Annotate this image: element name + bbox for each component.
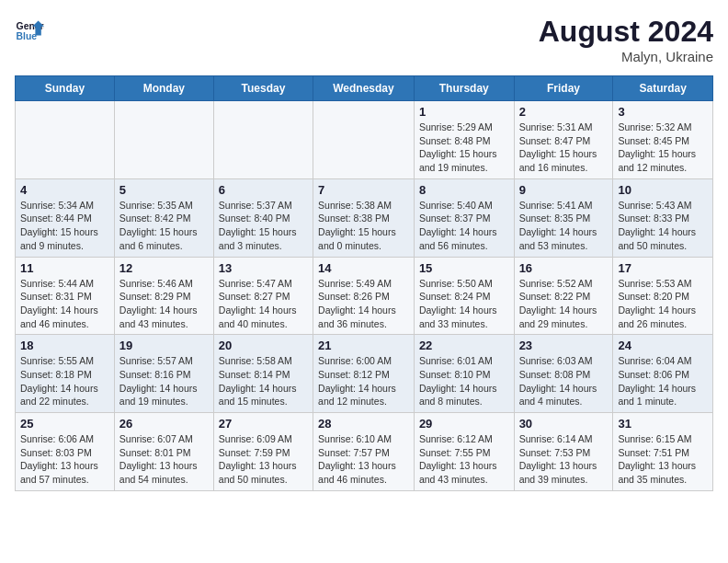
calendar-cell: 1Sunrise: 5:29 AM Sunset: 8:48 PM Daylig… xyxy=(414,101,514,179)
day-info: Sunrise: 6:01 AM Sunset: 8:10 PM Dayligh… xyxy=(419,354,509,408)
day-info: Sunrise: 6:15 AM Sunset: 7:51 PM Dayligh… xyxy=(618,432,708,487)
day-info: Sunrise: 6:10 AM Sunset: 7:57 PM Dayligh… xyxy=(318,432,409,487)
day-info: Sunrise: 5:49 AM Sunset: 8:26 PM Dayligh… xyxy=(318,277,409,331)
day-info: Sunrise: 5:44 AM Sunset: 8:31 PM Dayligh… xyxy=(20,277,109,331)
calendar-cell: 19Sunrise: 5:57 AM Sunset: 8:16 PM Dayli… xyxy=(114,335,213,413)
day-info: Sunrise: 6:07 AM Sunset: 8:01 PM Dayligh… xyxy=(119,432,209,487)
calendar-cell: 22Sunrise: 6:01 AM Sunset: 8:10 PM Dayli… xyxy=(414,335,514,413)
day-info: Sunrise: 5:32 AM Sunset: 8:45 PM Dayligh… xyxy=(618,121,708,175)
calendar-cell: 17Sunrise: 5:53 AM Sunset: 8:20 PM Dayli… xyxy=(613,257,713,335)
day-number: 23 xyxy=(519,339,609,352)
day-info: Sunrise: 5:43 AM Sunset: 8:33 PM Dayligh… xyxy=(618,199,708,253)
day-number: 2 xyxy=(519,105,609,119)
calendar-cell: 2Sunrise: 5:31 AM Sunset: 8:47 PM Daylig… xyxy=(514,101,613,179)
day-number: 20 xyxy=(219,339,308,352)
week-row-3: 11Sunrise: 5:44 AM Sunset: 8:31 PM Dayli… xyxy=(16,257,713,335)
day-info: Sunrise: 5:47 AM Sunset: 8:27 PM Dayligh… xyxy=(219,277,308,331)
svg-text:Blue: Blue xyxy=(17,31,38,41)
day-number: 24 xyxy=(618,339,708,352)
calendar-cell: 16Sunrise: 5:52 AM Sunset: 8:22 PM Dayli… xyxy=(514,257,613,335)
calendar-cell xyxy=(16,101,115,179)
calendar-cell: 28Sunrise: 6:10 AM Sunset: 7:57 PM Dayli… xyxy=(313,413,415,491)
calendar-cell: 15Sunrise: 5:50 AM Sunset: 8:24 PM Dayli… xyxy=(414,257,514,335)
day-number: 18 xyxy=(20,339,109,352)
day-number: 6 xyxy=(219,183,308,197)
day-info: Sunrise: 5:37 AM Sunset: 8:40 PM Dayligh… xyxy=(219,199,308,253)
day-number: 11 xyxy=(20,261,109,275)
day-number: 27 xyxy=(219,417,308,431)
day-number: 12 xyxy=(119,261,209,275)
calendar-cell: 14Sunrise: 5:49 AM Sunset: 8:26 PM Dayli… xyxy=(313,257,415,335)
calendar-cell: 8Sunrise: 5:40 AM Sunset: 8:37 PM Daylig… xyxy=(414,178,514,257)
location-subtitle: Malyn, Ukraine xyxy=(539,49,713,64)
weekday-header-tuesday: Tuesday xyxy=(213,76,313,101)
day-info: Sunrise: 6:09 AM Sunset: 7:59 PM Dayligh… xyxy=(219,432,308,487)
week-row-4: 18Sunrise: 5:55 AM Sunset: 8:18 PM Dayli… xyxy=(16,335,713,413)
day-number: 26 xyxy=(119,417,209,431)
calendar-cell xyxy=(114,101,213,179)
calendar-cell: 12Sunrise: 5:46 AM Sunset: 8:29 PM Dayli… xyxy=(114,257,213,335)
title-block: August 2024 Malyn, Ukraine xyxy=(539,15,713,64)
day-number: 10 xyxy=(618,183,708,197)
day-info: Sunrise: 5:35 AM Sunset: 8:42 PM Dayligh… xyxy=(119,199,209,253)
day-number: 7 xyxy=(318,183,409,197)
day-info: Sunrise: 5:53 AM Sunset: 8:20 PM Dayligh… xyxy=(618,277,708,331)
day-number: 25 xyxy=(20,417,109,431)
day-number: 13 xyxy=(219,261,308,275)
calendar-cell: 29Sunrise: 6:12 AM Sunset: 7:55 PM Dayli… xyxy=(414,413,514,491)
day-number: 8 xyxy=(419,183,509,197)
calendar-cell: 4Sunrise: 5:34 AM Sunset: 8:44 PM Daylig… xyxy=(16,178,115,257)
day-info: Sunrise: 5:31 AM Sunset: 8:47 PM Dayligh… xyxy=(519,121,609,175)
week-row-2: 4Sunrise: 5:34 AM Sunset: 8:44 PM Daylig… xyxy=(16,178,713,257)
day-number: 4 xyxy=(20,183,109,197)
day-info: Sunrise: 5:52 AM Sunset: 8:22 PM Dayligh… xyxy=(519,277,609,331)
day-info: Sunrise: 5:57 AM Sunset: 8:16 PM Dayligh… xyxy=(119,354,209,408)
calendar-cell: 11Sunrise: 5:44 AM Sunset: 8:31 PM Dayli… xyxy=(16,257,115,335)
weekday-header-wednesday: Wednesday xyxy=(313,76,415,101)
calendar-cell: 9Sunrise: 5:41 AM Sunset: 8:35 PM Daylig… xyxy=(514,178,613,257)
day-number: 22 xyxy=(419,339,509,352)
day-info: Sunrise: 5:41 AM Sunset: 8:35 PM Dayligh… xyxy=(519,199,609,253)
day-info: Sunrise: 6:12 AM Sunset: 7:55 PM Dayligh… xyxy=(419,432,509,487)
weekday-header-friday: Friday xyxy=(514,76,613,101)
calendar-cell: 13Sunrise: 5:47 AM Sunset: 8:27 PM Dayli… xyxy=(213,257,313,335)
day-number: 19 xyxy=(119,339,209,352)
calendar-cell: 10Sunrise: 5:43 AM Sunset: 8:33 PM Dayli… xyxy=(613,178,713,257)
calendar-cell: 30Sunrise: 6:14 AM Sunset: 7:53 PM Dayli… xyxy=(514,413,613,491)
day-info: Sunrise: 5:34 AM Sunset: 8:44 PM Dayligh… xyxy=(20,199,109,253)
day-info: Sunrise: 5:46 AM Sunset: 8:29 PM Dayligh… xyxy=(119,277,209,331)
day-number: 5 xyxy=(119,183,209,197)
day-info: Sunrise: 5:50 AM Sunset: 8:24 PM Dayligh… xyxy=(419,277,509,331)
weekday-header-sunday: Sunday xyxy=(16,76,115,101)
day-info: Sunrise: 5:40 AM Sunset: 8:37 PM Dayligh… xyxy=(419,199,509,253)
week-row-1: 1Sunrise: 5:29 AM Sunset: 8:48 PM Daylig… xyxy=(16,101,713,179)
day-info: Sunrise: 6:04 AM Sunset: 8:06 PM Dayligh… xyxy=(618,354,708,408)
calendar-cell: 25Sunrise: 6:06 AM Sunset: 8:03 PM Dayli… xyxy=(16,413,115,491)
weekday-header-saturday: Saturday xyxy=(613,76,713,101)
page-header: General Blue August 2024 Malyn, Ukraine xyxy=(15,15,713,64)
day-number: 30 xyxy=(519,417,609,431)
day-number: 1 xyxy=(419,105,509,119)
day-info: Sunrise: 5:29 AM Sunset: 8:48 PM Dayligh… xyxy=(419,121,509,175)
day-info: Sunrise: 5:55 AM Sunset: 8:18 PM Dayligh… xyxy=(20,354,109,408)
calendar-cell: 3Sunrise: 5:32 AM Sunset: 8:45 PM Daylig… xyxy=(613,101,713,179)
calendar-cell: 31Sunrise: 6:15 AM Sunset: 7:51 PM Dayli… xyxy=(613,413,713,491)
day-info: Sunrise: 6:00 AM Sunset: 8:12 PM Dayligh… xyxy=(318,354,409,408)
day-info: Sunrise: 6:06 AM Sunset: 8:03 PM Dayligh… xyxy=(20,432,109,487)
day-number: 15 xyxy=(419,261,509,275)
logo: General Blue xyxy=(15,15,44,44)
calendar-cell: 23Sunrise: 6:03 AM Sunset: 8:08 PM Dayli… xyxy=(514,335,613,413)
calendar-cell xyxy=(213,101,313,179)
day-info: Sunrise: 5:58 AM Sunset: 8:14 PM Dayligh… xyxy=(219,354,308,408)
day-info: Sunrise: 6:14 AM Sunset: 7:53 PM Dayligh… xyxy=(519,432,609,487)
day-info: Sunrise: 5:38 AM Sunset: 8:38 PM Dayligh… xyxy=(318,199,409,253)
calendar-cell: 26Sunrise: 6:07 AM Sunset: 8:01 PM Dayli… xyxy=(114,413,213,491)
weekday-header-thursday: Thursday xyxy=(414,76,514,101)
day-number: 29 xyxy=(419,417,509,431)
calendar-table: SundayMondayTuesdayWednesdayThursdayFrid… xyxy=(15,75,713,491)
calendar-cell: 24Sunrise: 6:04 AM Sunset: 8:06 PM Dayli… xyxy=(613,335,713,413)
week-row-5: 25Sunrise: 6:06 AM Sunset: 8:03 PM Dayli… xyxy=(16,413,713,491)
day-number: 28 xyxy=(318,417,409,431)
weekday-header-monday: Monday xyxy=(114,76,213,101)
day-number: 9 xyxy=(519,183,609,197)
